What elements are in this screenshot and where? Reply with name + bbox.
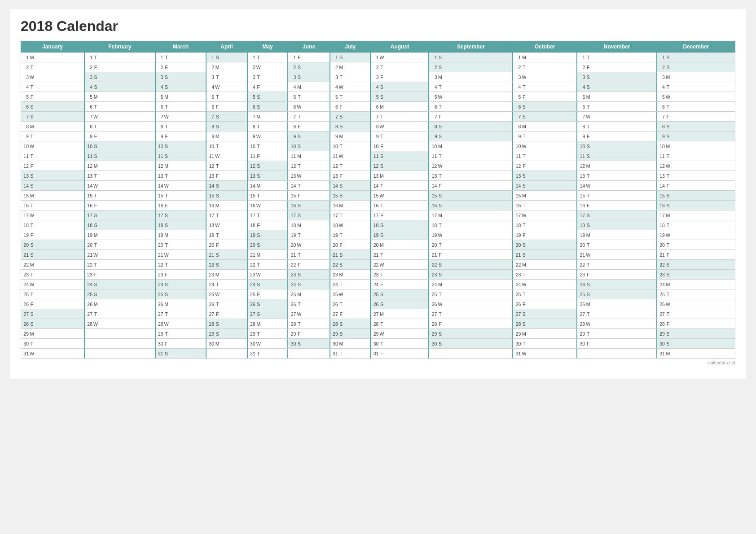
cell-february-27: 27T (84, 309, 155, 319)
day-number: 4 (514, 84, 521, 90)
cell-march-1: 1T (155, 53, 207, 62)
cell-february-26: 26M (84, 299, 155, 309)
day-number: 13 (207, 173, 214, 179)
table-row: 7S7W7W7S7M7T7S7T7F7S7W7F (21, 112, 735, 122)
cell-august-4: 4S (370, 82, 429, 92)
day-number: 1 (248, 55, 255, 60)
day-letter: T (256, 124, 261, 129)
day-letter: S (338, 124, 344, 129)
day-letter: T (437, 311, 443, 317)
day-number: 19 (578, 232, 585, 238)
day-letter: T (93, 193, 98, 198)
day-number: 27 (85, 311, 92, 317)
day-number: 16 (289, 203, 296, 208)
day-letter: T (437, 242, 443, 248)
cell-august-30: 30T (370, 339, 429, 349)
month-header-september: September (429, 41, 513, 53)
day-number: 28 (331, 321, 338, 327)
day-number: 19 (331, 232, 338, 238)
cell-february-18: 18S (84, 220, 155, 230)
month-header-july: July (330, 41, 371, 53)
day-letter: F (296, 124, 302, 129)
day-letter: T (379, 65, 384, 70)
day-letter: W (215, 84, 220, 90)
cell-december-2: 2S (657, 62, 735, 72)
day-letter: T (256, 55, 261, 60)
day-number: 12 (207, 163, 214, 169)
cell-august-23: 23T (370, 270, 429, 280)
cell-january-16: 16T (21, 201, 85, 210)
day-number: 23 (85, 272, 92, 277)
cell-september-11: 11T (429, 151, 513, 161)
day-letter: M (338, 134, 344, 139)
day-letter: T (29, 272, 35, 277)
day-number: 22 (658, 262, 665, 267)
day-number: 11 (156, 153, 163, 159)
cell-may-21: 21M (247, 250, 288, 260)
month-header-june: June (288, 41, 330, 53)
day-number: 18 (371, 223, 378, 228)
cell-may-17: 17T (247, 210, 288, 220)
cell-may-25: 25F (247, 289, 288, 299)
day-number: 10 (207, 144, 214, 149)
day-letter: T (215, 144, 220, 149)
cell-july-7: 7S (330, 112, 371, 122)
day-letter: S (521, 311, 527, 317)
month-header-january: January (21, 41, 85, 53)
day-number: 6 (430, 104, 437, 109)
day-number: 2 (22, 65, 29, 70)
day-number: 17 (331, 213, 338, 218)
day-letter: T (256, 213, 261, 218)
cell-december-16: 16S (657, 201, 735, 210)
cell-june-30: 30S (288, 339, 330, 349)
day-number: 28 (578, 321, 585, 327)
cell-july-9: 9M (330, 131, 371, 141)
day-number: 6 (289, 104, 296, 109)
day-number: 1 (85, 55, 92, 60)
day-letter: F (665, 114, 671, 119)
day-letter: S (338, 193, 344, 198)
day-letter: S (437, 341, 443, 346)
day-number: 8 (514, 124, 521, 129)
day-number: 8 (22, 124, 29, 129)
day-letter: W (215, 292, 220, 297)
day-number: 5 (289, 94, 296, 100)
day-letter: S (521, 183, 527, 188)
cell-june-9: 9S (288, 131, 330, 141)
cell-january-13: 13S (21, 171, 85, 181)
cell-february-14: 14W (84, 181, 155, 191)
day-number: 14 (514, 183, 521, 188)
day-number: 20 (430, 242, 437, 248)
day-letter: M (521, 193, 527, 198)
day-number: 6 (514, 104, 521, 109)
day-number: 24 (85, 282, 92, 287)
cell-january-3: 3W (21, 72, 85, 82)
page-title: 2018 Calendar (21, 18, 735, 35)
cell-december-11: 11T (657, 151, 735, 161)
day-number: 27 (331, 311, 338, 317)
cell-october-8: 8M (513, 122, 577, 131)
day-letter: S (338, 55, 344, 60)
cell-december-23: 23S (657, 270, 735, 280)
cell-september-15: 15S (429, 191, 513, 201)
cell-november-14: 14W (577, 181, 657, 191)
day-letter: M (296, 84, 302, 90)
day-number: 18 (22, 223, 29, 228)
day-letter: W (521, 74, 527, 80)
day-number: 7 (156, 114, 163, 119)
day-number: 13 (248, 173, 255, 179)
day-letter: T (164, 331, 169, 337)
day-number: 4 (156, 84, 163, 90)
day-letter: M (379, 311, 384, 317)
table-row: 10W10S10S10T10T10S10T10F10M10W10S10M (21, 141, 735, 151)
day-number: 10 (578, 144, 585, 149)
day-number: 4 (289, 84, 296, 90)
cell-november-25: 25S (577, 289, 657, 299)
cell-december-18: 18T (657, 220, 735, 230)
cell-august-16: 16T (370, 201, 429, 210)
cell-january-5: 5F (21, 92, 85, 102)
cell-april-26: 26T (206, 299, 247, 309)
day-letter: T (585, 242, 591, 248)
day-number: 26 (207, 302, 214, 307)
day-letter: W (379, 55, 384, 60)
